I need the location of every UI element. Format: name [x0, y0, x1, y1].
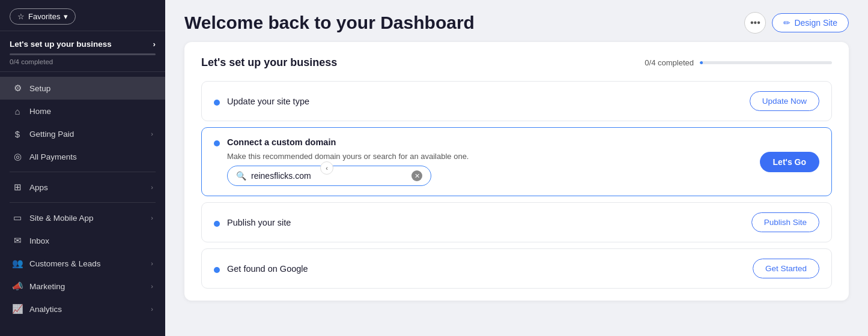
- card-progress-label: 0/4 completed: [645, 58, 694, 67]
- get-started-button[interactable]: Get Started: [753, 259, 819, 278]
- analytics-icon: 📈: [12, 304, 23, 314]
- publish-site-button[interactable]: Publish Site: [751, 212, 819, 232]
- setup-section: Let's set up your business › 0/4 complet…: [0, 31, 165, 72]
- home-icon: ⌂: [12, 106, 23, 116]
- task-row-google: Get found on Google Get Started: [201, 248, 832, 289]
- task-dot: [214, 100, 220, 106]
- sidebar-item-label: Customers & Leads: [29, 259, 101, 268]
- update-now-button[interactable]: Update Now: [750, 91, 819, 111]
- setup-icon: ⚙: [12, 83, 23, 94]
- site-icon: ▭: [12, 212, 23, 223]
- sidebar-item-apps[interactable]: ⊞ Apps ›: [0, 176, 165, 199]
- sidebar-item-getting-paid[interactable]: $ Getting Paid ›: [0, 122, 165, 145]
- sidebar-item-label: Inbox: [29, 236, 49, 245]
- sidebar-item-analytics[interactable]: 📈 Analytics ›: [0, 298, 165, 320]
- lets-go-button[interactable]: Let's Go: [760, 152, 819, 172]
- task-dot: [214, 221, 220, 227]
- chevron-right-icon: ›: [151, 260, 153, 267]
- inbox-icon: ✉: [12, 235, 23, 246]
- task-row-connect-domain: Connect a custom domain Make this recomm…: [201, 127, 832, 196]
- sidebar: ☆ Favorites ▾ Let's set up your business…: [0, 0, 165, 336]
- nav-items: ⚙ Setup ⌂ Home $ Getting Paid › ◎ All Pa…: [0, 72, 165, 336]
- setup-title-label: Let's set up your business: [10, 40, 112, 49]
- sidebar-item-inbox[interactable]: ✉ Inbox: [0, 229, 165, 252]
- sidebar-item-label: Site & Mobile App: [29, 214, 94, 223]
- search-clear-button[interactable]: ✕: [411, 170, 422, 181]
- chevron-right-icon: ›: [151, 283, 153, 290]
- main-content: Welcome back to your Dashboard ••• ✏ Des…: [165, 0, 868, 336]
- design-site-button[interactable]: ✏ Design Site: [772, 13, 849, 32]
- sidebar-progress-bar: [10, 53, 156, 55]
- setup-completed-text: 0/4 completed: [10, 58, 156, 65]
- setup-title-row[interactable]: Let's set up your business ›: [10, 40, 156, 49]
- chevron-right-icon: ›: [151, 214, 153, 221]
- sidebar-item-marketing[interactable]: 📣 Marketing ›: [0, 275, 165, 298]
- task-dot: [214, 140, 220, 146]
- sidebar-item-home[interactable]: ⌂ Home: [0, 100, 165, 122]
- sidebar-item-label: Getting Paid: [29, 130, 74, 139]
- task-title: Get found on Google: [227, 264, 308, 274]
- card-title: Let's set up your business: [201, 56, 337, 69]
- topbar: Welcome back to your Dashboard ••• ✏ Des…: [165, 0, 868, 40]
- more-options-button[interactable]: •••: [744, 12, 766, 34]
- search-icon: 🔍: [236, 171, 246, 181]
- sidebar-item-label: Setup: [29, 84, 50, 93]
- page-title: Welcome back to your Dashboard: [184, 13, 475, 33]
- sidebar-item-label: Apps: [29, 183, 48, 192]
- task-row-publish-site: Publish your site Publish Site: [201, 202, 832, 242]
- nav-divider-2: [10, 202, 156, 203]
- setup-card: Let's set up your business 0/4 completed…: [184, 42, 849, 301]
- chevron-right-icon: ›: [151, 184, 153, 191]
- chevron-right-icon: ›: [151, 130, 153, 137]
- task-title: Publish your site: [227, 218, 291, 227]
- design-site-label: Design Site: [794, 18, 837, 28]
- card-progress-fill: [700, 61, 703, 64]
- payments-icon: ◎: [12, 151, 23, 162]
- sidebar-item-label: Marketing: [29, 282, 65, 291]
- favorites-label: Favorites: [28, 12, 60, 21]
- chevron-down-icon: ▾: [64, 12, 68, 21]
- card-header: Let's set up your business 0/4 completed: [201, 56, 832, 69]
- pencil-icon: ✏: [783, 18, 791, 28]
- marketing-icon: 📣: [12, 281, 23, 292]
- sidebar-top: ☆ Favorites ▾: [0, 0, 165, 31]
- nav-divider: [10, 172, 156, 172]
- sidebar-item-label: Analytics: [29, 305, 62, 314]
- topbar-actions: ••• ✏ Design Site: [744, 12, 849, 34]
- sidebar-collapse-button[interactable]: ‹: [320, 161, 333, 175]
- sidebar-item-label: All Payments: [29, 152, 77, 161]
- task-row-update-site-type: Update your site type Update Now: [201, 81, 832, 121]
- chevron-right-icon: ›: [151, 305, 153, 313]
- customers-icon: 👥: [12, 258, 23, 269]
- dollar-icon: $: [12, 128, 23, 139]
- sidebar-item-all-payments[interactable]: ◎ All Payments: [0, 145, 165, 168]
- sidebar-item-label: Home: [29, 107, 51, 116]
- task-title: Connect a custom domain: [227, 137, 469, 147]
- card-progress-bar: [700, 61, 832, 64]
- setup-chevron-icon: ›: [153, 40, 156, 49]
- card-progress: 0/4 completed: [645, 58, 832, 67]
- star-icon: ☆: [17, 12, 25, 21]
- task-dot: [214, 267, 220, 273]
- sidebar-item-site-mobile[interactable]: ▭ Site & Mobile App ›: [0, 206, 165, 229]
- favorites-button[interactable]: ☆ Favorites ▾: [10, 8, 76, 25]
- apps-icon: ⊞: [12, 182, 23, 193]
- sidebar-item-customers-leads[interactable]: 👥 Customers & Leads ›: [0, 252, 165, 275]
- sidebar-item-setup[interactable]: ⚙ Setup: [0, 77, 165, 100]
- task-description: Make this recommended domain yours or se…: [227, 152, 469, 161]
- task-title: Update your site type: [227, 97, 309, 106]
